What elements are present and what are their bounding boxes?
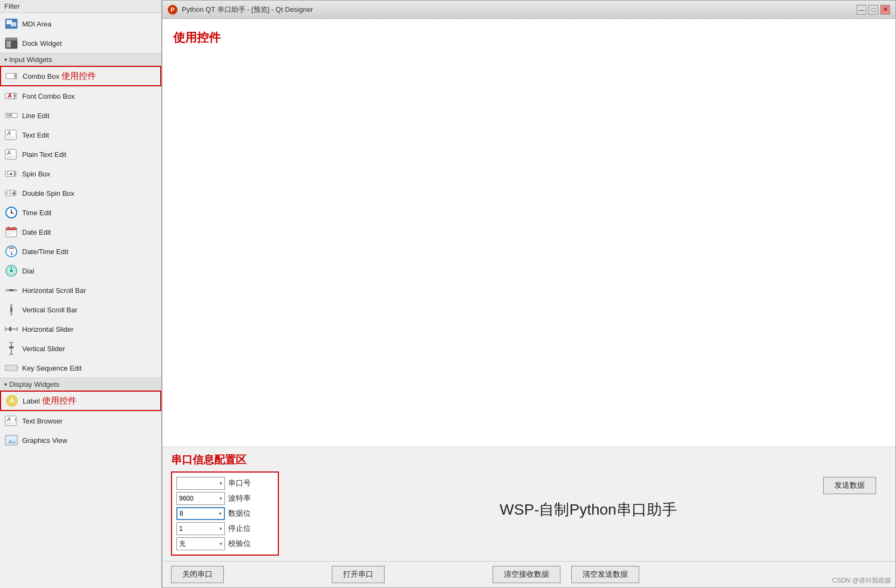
qt-window-controls: — □ ✕ [857, 5, 890, 15]
dial-label: Dial [22, 267, 34, 275]
svg-text:A: A [6, 149, 11, 156]
serial-parity-combo[interactable]: 无 ▾ [176, 537, 225, 550]
sidebar-item-horizontal-slider[interactable]: Horizontal Slider [0, 319, 161, 339]
use-label: 使用控件 [173, 30, 221, 46]
combo-box-annotation: 使用控件 [61, 71, 96, 82]
section-display-label: Display Widgets [9, 380, 59, 388]
serial-stop-combo[interactable]: 1 ▾ [176, 522, 225, 535]
plain-text-edit-icon: A [5, 148, 18, 161]
label-icon: A [5, 394, 18, 407]
sidebar-item-text-browser[interactable]: A Text Browser [0, 411, 161, 430]
close-port-button[interactable]: 关闭串口 [171, 566, 224, 583]
datetime-edit-label: Date/Time Edit [22, 248, 69, 256]
widget-list-panel: Filter MDI Area Dock Widg [0, 0, 162, 588]
svg-rect-45 [13, 231, 15, 233]
serial-stop-value: 1 [179, 525, 183, 532]
svg-point-55 [10, 269, 13, 272]
svg-text:1▲: 1▲ [6, 171, 13, 176]
serial-baud-arrow: ▾ [220, 496, 222, 501]
mdi-area-label: MDI Area [22, 20, 51, 28]
sidebar-item-time-edit[interactable]: Time Edit [0, 203, 161, 222]
serial-port-label: 串口号 [228, 478, 251, 488]
sidebar-item-vertical-slider[interactable]: Vertical Slider [0, 339, 161, 358]
svg-rect-2 [11, 22, 16, 26]
svg-rect-66 [9, 346, 13, 348]
serial-baud-combo[interactable]: 9600 ▾ [176, 492, 225, 505]
sidebar-item-double-spin-box[interactable]: ▴ ▾ 1.2▲ Double Spin Box [0, 183, 161, 203]
svg-text:A: A [7, 92, 12, 99]
section-input-label: Input Widgets [9, 56, 52, 64]
preview-area: 使用控件 串口信息配置区 ▾ 串口号 [162, 19, 895, 587]
sidebar-item-horizontal-scroll-bar[interactable]: Horizontal Scroll Bar [0, 281, 161, 300]
qt-close-button[interactable]: ✕ [880, 5, 890, 15]
sidebar-item-plain-text-edit[interactable]: A Plain Text Edit [0, 145, 161, 164]
clear-send-button[interactable]: 清空发送数据 [571, 566, 639, 583]
serial-data-arrow: ▾ [219, 511, 222, 516]
horizontal-slider-icon [5, 323, 18, 336]
text-browser-label: Text Browser [22, 417, 63, 425]
filter-label: Filter [4, 2, 20, 10]
serial-stop-row: 1 ▾ 停止位 [176, 522, 273, 535]
svg-text:A: A [9, 396, 15, 405]
sidebar-item-datetime-edit[interactable]: Date/Time Edit [0, 242, 161, 261]
serial-config-area: ▾ 串口号 9600 ▾ 波特率 [171, 471, 887, 556]
serial-parity-label: 校验位 [228, 539, 251, 549]
sidebar-item-dial[interactable]: Dial [0, 261, 161, 281]
sidebar-item-mdi-area[interactable]: MDI Area [0, 14, 161, 33]
double-spin-box-label: Double Spin Box [22, 189, 74, 197]
serial-config-section: 串口信息配置区 ▾ 串口号 [162, 447, 895, 561]
svg-text:A: A [6, 416, 11, 422]
svg-text:ABl: ABl [6, 113, 12, 117]
vertical-scroll-bar-icon [5, 303, 18, 316]
serial-baud-row: 9600 ▾ 波特率 [176, 492, 273, 505]
sidebar-item-spin-box[interactable]: ▴ ▾ 1▲ Spin Box [0, 164, 161, 183]
serial-parity-value: 无 [179, 539, 186, 549]
qt-minimize-button[interactable]: — [857, 5, 866, 15]
svg-text:1.2▲: 1.2▲ [6, 191, 15, 195]
sidebar-item-text-edit[interactable]: A Text Edit [0, 125, 161, 145]
svg-rect-72 [14, 366, 17, 370]
section-input-widgets: ▾ Input Widgets [0, 53, 161, 66]
sidebar-item-date-edit[interactable]: Date Edit [0, 222, 161, 242]
sidebar-item-label[interactable]: A Label 使用控件 [0, 391, 161, 411]
qt-window-title: Python QT 串口助手 - [预览] - Qt Designer [182, 5, 857, 15]
send-data-button[interactable]: 发送数据 [823, 477, 876, 494]
sidebar-item-dock-widget[interactable]: Dock Widget [0, 33, 161, 53]
sidebar-item-line-edit[interactable]: ABl Line Edit [0, 106, 161, 125]
sidebar-item-key-sequence-edit[interactable]: Key Sequence Edit [0, 358, 161, 378]
qt-titlebar: P Python QT 串口助手 - [预览] - Qt Designer — … [162, 1, 895, 19]
sidebar-item-font-combo-box[interactable]: A ▾ Font Combo Box [0, 86, 161, 106]
sidebar-item-combo-box[interactable]: ▾ Combo Box 使用控件 [0, 66, 161, 86]
svg-text:▾: ▾ [15, 74, 17, 78]
qt-maximize-button[interactable]: □ [868, 5, 878, 15]
horizontal-scroll-bar-label: Horizontal Scroll Bar [22, 286, 86, 295]
widget-list: MDI Area Dock Widget ▾ Input Widgets [0, 13, 161, 588]
serial-port-combo[interactable]: ▾ [176, 477, 225, 490]
serial-section-title: 串口信息配置区 [171, 453, 887, 467]
dock-widget-label: Dock Widget [22, 39, 62, 47]
filter-bar: Filter [0, 0, 161, 13]
serial-data-combo[interactable]: 8 ▾ [176, 507, 225, 520]
sidebar-item-vertical-scroll-bar[interactable]: Vertical Scroll Bar [0, 300, 161, 319]
font-combo-box-label: Font Combo Box [22, 92, 75, 100]
font-combo-box-icon: A ▾ [5, 90, 18, 102]
svg-rect-58 [9, 289, 13, 291]
label-annotation: 使用控件 [42, 395, 77, 407]
plain-text-edit-label: Plain Text Edit [22, 151, 66, 159]
svg-rect-46 [8, 234, 9, 235]
sidebar-item-graphics-view[interactable]: Graphics View [0, 430, 161, 450]
section-display-widgets: ▾ Display Widgets [0, 378, 161, 391]
horizontal-scroll-bar-icon [5, 284, 18, 297]
svg-rect-60 [10, 307, 12, 312]
qt-icon-letter: P [170, 6, 174, 13]
svg-rect-47 [10, 234, 12, 235]
open-port-button[interactable]: 打开串口 [332, 566, 385, 583]
datetime-edit-icon [5, 245, 18, 258]
text-browser-icon: A [5, 414, 18, 427]
watermark-text: CSDN @请叫我疏腺 [832, 576, 891, 585]
svg-rect-40 [6, 228, 17, 230]
svg-rect-5 [6, 41, 11, 47]
clear-recv-button[interactable]: 清空接收数据 [493, 566, 560, 583]
qt-designer-panel: P Python QT 串口助手 - [预览] - Qt Designer — … [162, 0, 896, 588]
serial-baud-label: 波特率 [228, 494, 251, 503]
